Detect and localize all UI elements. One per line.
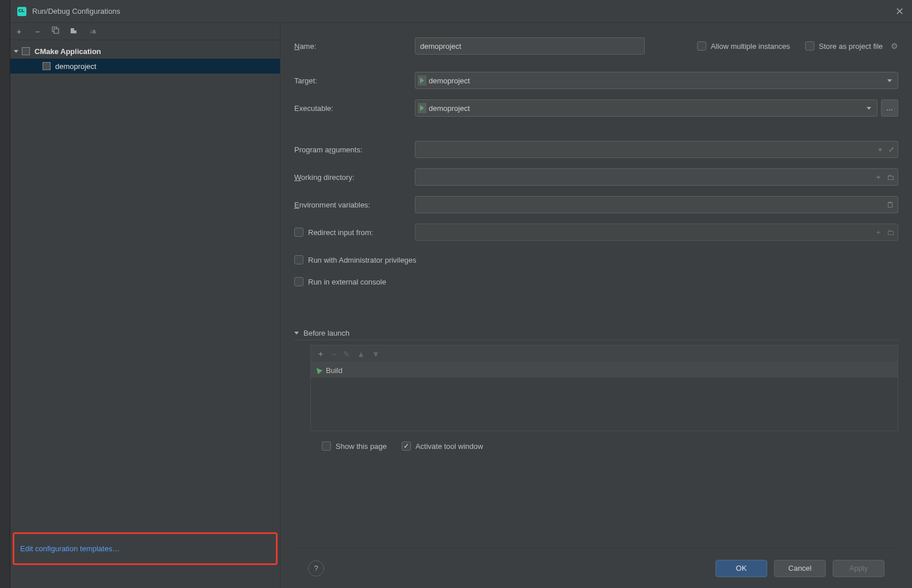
config-tree: CMake Application demoproject [10,40,280,532]
sort-alpha-button[interactable]: ↓a [87,28,98,34]
chevron-down-icon [14,50,18,53]
target-label: Target: [294,76,415,85]
chevron-down-icon [294,332,299,335]
checkbox-box [294,255,303,264]
executable-label: Executable: [294,104,415,113]
remove-config-button[interactable]: − [32,27,43,36]
checkbox-box [805,41,814,51]
before-launch-toolbar: ＋ − ✎ ▲ ▼ [310,345,898,362]
args-label: Program arguments: [294,145,415,154]
cmake-icon [43,62,51,70]
edit-templates-link[interactable]: Edit configuration templates… [13,532,278,565]
save-config-button[interactable] [69,26,79,36]
before-launch-header[interactable]: Before launch [294,329,898,340]
wd-label: Working directory: [294,173,415,182]
show-this-page-label: Show this page [336,442,387,451]
env-input[interactable]: 🗒 [415,196,898,213]
activate-tool-checkbox[interactable]: Activate tool window [402,441,483,451]
top-checks: Allow multiple instances Store as projec… [697,41,898,51]
row-extconsole: Run in external console [294,272,898,291]
before-launch-bottom-checks: Show this page Activate tool window [322,441,898,451]
checkbox-box [294,277,303,286]
before-launch-section: Before launch ＋ − ✎ ▲ ▼ Build [294,329,898,451]
browse-exe-button[interactable]: … [881,99,898,117]
before-launch-item-build[interactable]: Build [311,363,898,378]
allow-multiple-checkbox[interactable]: Allow multiple instances [697,41,790,51]
svg-rect-1 [54,29,59,33]
titlebar: Run/Debug Configurations ✕ [10,0,912,23]
clion-icon [17,7,26,16]
dialog-footer: ? OK Cancel Apply [294,548,898,588]
chevron-down-icon [867,107,871,110]
target-value: demoproject [429,76,470,85]
show-this-page-checkbox[interactable]: Show this page [322,441,387,451]
name-value: demoproject [420,42,461,51]
move-down-button[interactable]: ▼ [372,349,380,359]
tree-group-label: CMake Application [34,47,101,56]
row-wd: Working directory: ＋ 🗀 [294,168,898,186]
redirect-label: Redirect input from: [308,228,373,237]
wd-input[interactable]: ＋ 🗀 [415,168,898,186]
hammer-icon [314,366,322,374]
exe-icon [420,105,424,111]
main-panel: Name: demoproject Allow multiple instanc… [280,23,912,588]
admin-checkbox[interactable]: Run with Administrator privileges [294,255,417,264]
sidebar-toolbar: + − ↓a [10,23,280,40]
plus-icon[interactable]: ＋ [875,227,882,237]
editor-gutter [0,0,10,588]
cancel-button[interactable]: Cancel [774,560,826,577]
row-executable: Executable: demoproject … [294,99,898,117]
row-name: Name: demoproject Allow multiple instanc… [294,37,898,55]
add-task-button[interactable]: ＋ [317,349,325,359]
apply-button[interactable]: Apply [833,560,884,577]
executable-value: demoproject [429,104,470,113]
close-icon[interactable]: ✕ [894,5,905,18]
sidebar: + − ↓a CMake Application demopro [10,23,280,588]
ok-button[interactable]: OK [715,560,767,577]
folder-icon[interactable]: 🗀 [887,173,894,182]
store-as-file-checkbox[interactable]: Store as project file ⚙ [805,41,898,51]
remove-task-button[interactable]: − [332,349,336,359]
target-combo[interactable]: demoproject [415,72,898,89]
row-redirect: Redirect input from: ＋ 🗀 [294,223,898,241]
activate-tool-label: Activate tool window [415,442,483,451]
tree-item-demoproject[interactable]: demoproject [10,59,280,74]
redirect-checkbox[interactable]: Redirect input from: [294,228,415,237]
move-up-button[interactable]: ▲ [357,349,365,359]
dialog-title: Run/Debug Configurations [32,7,120,16]
executable-combo[interactable]: demoproject [415,99,878,117]
row-target: Target: demoproject [294,71,898,90]
checkbox-box [402,441,411,451]
before-launch-list: Build [310,362,898,431]
tree-group-cmake[interactable]: CMake Application [10,44,280,59]
plus-icon[interactable]: ＋ [876,144,884,155]
row-env: Environment variables: 🗒 [294,195,898,214]
list-icon[interactable]: 🗒 [887,201,894,209]
folder-icon[interactable]: 🗀 [887,228,894,237]
edit-task-button[interactable]: ✎ [343,349,350,359]
row-admin: Run with Administrator privileges [294,251,898,269]
name-input[interactable]: demoproject [415,37,645,55]
store-as-file-label: Store as project file [819,42,883,51]
gear-icon[interactable]: ⚙ [891,41,898,51]
checkbox-box [294,228,303,237]
copy-config-button[interactable] [51,26,61,36]
allow-multiple-label: Allow multiple instances [711,42,790,51]
tree-item-label: demoproject [55,62,97,71]
name-label: Name: [294,42,415,51]
add-config-button[interactable]: + [14,27,24,36]
row-args: Program arguments: ＋ ⤢ [294,140,898,159]
target-icon [420,78,424,83]
env-label: Environment variables: [294,201,415,209]
edit-templates-label: Edit configuration templates… [20,544,120,553]
build-label: Build [326,366,343,375]
cmake-icon [22,47,30,55]
checkbox-box [322,441,331,451]
expand-icon[interactable]: ⤢ [888,145,894,153]
args-input[interactable]: ＋ ⤢ [415,141,898,158]
redirect-input[interactable]: ＋ 🗀 [415,224,898,241]
run-config-dialog: Run/Debug Configurations ✕ + − ↓a CMake [10,0,912,588]
help-button[interactable]: ? [308,560,324,577]
plus-icon[interactable]: ＋ [875,172,882,182]
extconsole-checkbox[interactable]: Run in external console [294,277,386,286]
